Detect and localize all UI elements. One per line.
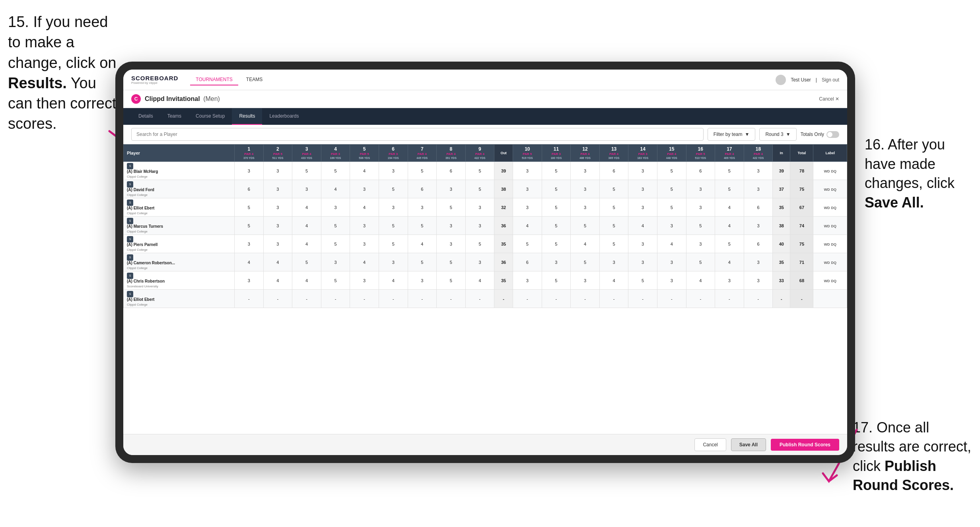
score-hole-11[interactable]: 5 <box>542 198 571 217</box>
score-hole-1[interactable]: - <box>235 290 264 308</box>
score-hole-14[interactable]: 3 <box>628 162 657 180</box>
score-hole-17[interactable]: 5 <box>715 180 744 198</box>
score-hole-18[interactable]: 6 <box>744 235 773 253</box>
score-hole-12[interactable]: 3 <box>571 271 600 290</box>
score-hole-13[interactable]: 4 <box>599 271 628 290</box>
dq-label[interactable]: DQ <box>831 206 836 210</box>
score-hole-17[interactable]: 4 <box>715 217 744 235</box>
wd-label[interactable]: WD <box>824 261 830 265</box>
score-hole-18[interactable]: 3 <box>744 271 773 290</box>
tab-teams[interactable]: Teams <box>160 108 189 125</box>
dq-label[interactable]: DQ <box>831 169 836 173</box>
score-hole-13[interactable]: 5 <box>599 217 628 235</box>
score-hole-6[interactable]: 5 <box>379 235 408 253</box>
wd-label[interactable]: WD <box>824 206 830 210</box>
score-hole-6[interactable]: 4 <box>379 271 408 290</box>
score-hole-16[interactable]: 3 <box>686 180 715 198</box>
score-hole-14[interactable]: - <box>628 290 657 308</box>
score-hole-3[interactable]: 4 <box>292 235 321 253</box>
score-hole-1[interactable]: 4 <box>235 253 264 271</box>
score-hole-12[interactable]: 3 <box>571 198 600 217</box>
score-hole-8[interactable]: 3 <box>437 217 466 235</box>
score-hole-2[interactable]: 3 <box>263 180 292 198</box>
score-hole-8[interactable]: 5 <box>437 253 466 271</box>
score-hole-15[interactable]: - <box>657 290 686 308</box>
score-hole-5[interactable]: 3 <box>350 217 379 235</box>
score-hole-2[interactable]: 4 <box>263 253 292 271</box>
score-hole-10[interactable]: 3 <box>513 180 542 198</box>
tab-results[interactable]: Results <box>232 108 262 125</box>
score-hole-1[interactable]: 6 <box>235 180 264 198</box>
score-hole-2[interactable]: 3 <box>263 162 292 180</box>
score-hole-13[interactable]: - <box>599 290 628 308</box>
score-hole-15[interactable]: 4 <box>657 235 686 253</box>
score-hole-12[interactable]: 5 <box>571 217 600 235</box>
score-hole-15[interactable]: 3 <box>657 253 686 271</box>
score-hole-7[interactable]: 4 <box>408 235 437 253</box>
score-hole-17[interactable]: 4 <box>715 198 744 217</box>
wd-label[interactable]: WD <box>824 188 830 192</box>
score-hole-3[interactable]: 5 <box>292 253 321 271</box>
score-hole-10[interactable]: 5 <box>513 235 542 253</box>
score-hole-6[interactable]: 5 <box>379 180 408 198</box>
score-hole-5[interactable]: 4 <box>350 253 379 271</box>
score-hole-10[interactable]: - <box>513 290 542 308</box>
score-hole-12[interactable]: 3 <box>571 180 600 198</box>
score-hole-4[interactable]: 5 <box>321 162 350 180</box>
save-all-button[interactable]: Save All <box>731 438 766 451</box>
dq-label[interactable]: DQ <box>831 224 836 228</box>
score-hole-13[interactable]: 5 <box>599 180 628 198</box>
score-hole-3[interactable]: 3 <box>292 180 321 198</box>
score-hole-4[interactable]: 3 <box>321 253 350 271</box>
score-hole-6[interactable]: 3 <box>379 162 408 180</box>
score-hole-8[interactable]: 3 <box>437 235 466 253</box>
score-hole-1[interactable]: 3 <box>235 162 264 180</box>
score-hole-15[interactable]: 5 <box>657 198 686 217</box>
score-hole-11[interactable]: 5 <box>542 235 571 253</box>
score-hole-6[interactable]: 3 <box>379 253 408 271</box>
score-hole-11[interactable]: 3 <box>542 253 571 271</box>
score-hole-4[interactable]: 5 <box>321 217 350 235</box>
score-hole-5[interactable]: - <box>350 290 379 308</box>
score-hole-7[interactable]: 3 <box>408 198 437 217</box>
score-hole-6[interactable]: - <box>379 290 408 308</box>
score-hole-13[interactable]: 3 <box>599 253 628 271</box>
score-hole-10[interactable]: 6 <box>513 253 542 271</box>
sign-out-link[interactable]: Sign out <box>822 77 839 83</box>
score-hole-13[interactable]: 5 <box>599 198 628 217</box>
score-hole-9[interactable]: - <box>465 290 494 308</box>
score-hole-15[interactable]: 5 <box>657 162 686 180</box>
score-hole-4[interactable]: 4 <box>321 180 350 198</box>
score-hole-17[interactable]: 5 <box>715 162 744 180</box>
score-hole-4[interactable]: 5 <box>321 271 350 290</box>
score-hole-14[interactable]: 5 <box>628 271 657 290</box>
score-hole-2[interactable]: 3 <box>263 235 292 253</box>
score-hole-3[interactable]: 4 <box>292 271 321 290</box>
score-hole-5[interactable]: 3 <box>350 235 379 253</box>
score-hole-5[interactable]: 3 <box>350 180 379 198</box>
score-hole-1[interactable]: 5 <box>235 198 264 217</box>
score-hole-9[interactable]: 5 <box>465 235 494 253</box>
score-hole-7[interactable]: 5 <box>408 162 437 180</box>
score-hole-9[interactable]: 3 <box>465 217 494 235</box>
score-hole-17[interactable]: - <box>715 290 744 308</box>
dq-label[interactable]: DQ <box>831 261 836 265</box>
score-hole-4[interactable]: 5 <box>321 235 350 253</box>
score-hole-3[interactable]: 4 <box>292 217 321 235</box>
cancel-button[interactable]: Cancel <box>694 438 726 451</box>
score-hole-13[interactable]: 5 <box>599 235 628 253</box>
score-hole-8[interactable]: - <box>437 290 466 308</box>
score-hole-11[interactable]: 5 <box>542 180 571 198</box>
score-hole-1[interactable]: 3 <box>235 271 264 290</box>
score-hole-9[interactable]: 4 <box>465 271 494 290</box>
score-hole-11[interactable]: 5 <box>542 271 571 290</box>
score-hole-18[interactable]: 6 <box>744 198 773 217</box>
score-hole-15[interactable]: 5 <box>657 180 686 198</box>
score-hole-8[interactable]: 3 <box>437 180 466 198</box>
wd-label[interactable]: WD <box>824 169 830 173</box>
score-hole-16[interactable]: 3 <box>686 198 715 217</box>
dq-label[interactable]: DQ <box>831 188 836 192</box>
score-hole-10[interactable]: 4 <box>513 217 542 235</box>
score-hole-12[interactable]: 3 <box>571 162 600 180</box>
score-hole-11[interactable]: 5 <box>542 217 571 235</box>
